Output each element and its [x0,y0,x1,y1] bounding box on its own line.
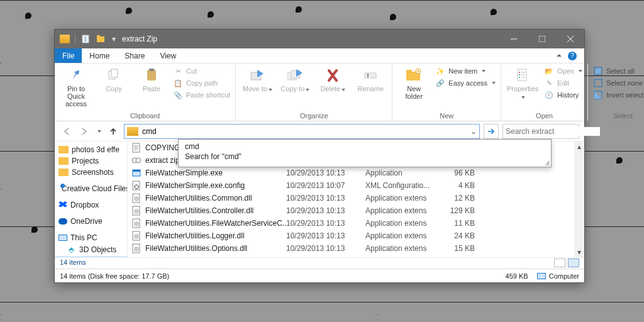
file-row[interactable]: FileWatcherUtilities.Controller.dll10/29… [128,204,584,217]
select-all-button[interactable]: Select all [593,66,644,76]
copy-path-button[interactable]: 📋Copy path [173,78,230,88]
open-icon: 📂 [544,66,554,76]
file-size: 4 KB [438,181,475,190]
view-large-icons-button[interactable] [568,258,579,267]
ribbon-collapse-icon[interactable] [557,54,562,57]
file-date: 10/29/2013 10:13 [286,169,365,177]
paste-shortcut-button[interactable]: 📎Paste shortcut [173,90,230,100]
copypath-icon: 📋 [173,78,183,88]
history-button[interactable]: 🕘History [544,90,582,100]
file-row[interactable]: FileWatcherUtilities.Common.dll10/29/201… [128,192,584,204]
tree-item[interactable]: Projects [55,155,127,167]
delete-button[interactable]: Delete [316,66,349,92]
nav-up-button[interactable] [106,125,120,138]
qat-properties-icon[interactable] [82,35,91,43]
svg-point-38 [136,211,137,212]
scroll-down-icon[interactable]: ▾ [574,247,584,257]
copy-to-button[interactable]: Copy to [279,66,311,92]
svg-point-28 [136,158,141,163]
file-icon [131,143,142,153]
move-to-button[interactable]: Move to [241,66,274,92]
view-details-button[interactable] [554,258,565,267]
close-button[interactable] [556,30,584,48]
file-icon [131,243,142,253]
tab-share[interactable]: Share [117,48,152,63]
tab-view[interactable]: View [152,48,184,63]
tree-dropbox[interactable]: Dropbox [55,199,127,211]
file-date: 10/29/2013 10:13 [286,244,365,253]
resize-grip[interactable] [543,159,550,165]
new-folder-button[interactable]: New folder [397,66,430,100]
pin-to-quick-access-button[interactable]: Pin to Quick access [60,66,92,108]
properties-button[interactable]: Properties [506,66,539,100]
svg-point-19 [519,74,520,75]
nav-tree[interactable]: photos 3d effe Projects Screenshots Crea… [55,142,128,257]
scissors-icon: ✂ [173,66,183,76]
file-row[interactable]: FileWatcherSimple.exe10/29/2013 10:13App… [128,167,584,179]
status-computer: Computer [549,272,579,280]
svg-rect-6 [111,69,118,77]
search-box[interactable] [502,124,579,139]
file-date: 10/29/2013 10:13 [286,194,365,203]
suggest-item[interactable]: Search for "cmd" [182,152,551,162]
tree-creative-cloud[interactable]: Creative Cloud Files [55,183,127,194]
file-date: 10/29/2013 10:13 [286,231,365,240]
invert-icon [593,90,603,100]
file-icon [131,206,142,216]
tree-item[interactable]: Screenshots [55,167,127,178]
history-icon: 🕘 [544,90,554,100]
edit-button[interactable]: ✎Edit [544,78,582,88]
address-dropdown-icon[interactable]: ⌄ [468,127,479,136]
address-bar[interactable]: ⌄ [124,124,480,139]
easy-access-button[interactable]: 🔗Easy access [435,78,496,88]
qat-newfolder-icon[interactable] [97,35,106,43]
tab-file[interactable]: File [55,48,82,63]
new-item-button[interactable]: ✨New item [435,66,496,76]
address-suggest-popup: cmd Search for "cmd" [178,139,552,167]
address-input[interactable] [141,127,468,136]
delete-icon [324,66,341,84]
status-bar: 14 items (Disk free space: 17.7 GB) 459 … [55,269,584,282]
group-new: New folder ✨New item 🔗Easy access New [392,64,501,121]
newfolder-icon [405,66,423,84]
cut-button[interactable]: ✂Cut [173,66,230,76]
search-input[interactable] [506,127,600,136]
svg-rect-2 [97,36,104,42]
file-type: Application extens [365,206,438,215]
address-folder-icon [127,127,138,136]
svg-rect-15 [406,70,412,72]
file-row[interactable]: FileWatcherUtilities.FileWatcherServiceC… [128,217,584,230]
go-button[interactable] [484,124,499,139]
tab-home[interactable]: Home [82,48,117,63]
file-row[interactable]: FileWatcherUtilities.Logger.dll10/29/201… [128,230,584,242]
suggest-item[interactable]: cmd [182,142,551,152]
svg-point-41 [136,223,137,225]
nav-forward-button[interactable] [77,125,91,138]
scroll-up-icon[interactable]: ▴ [574,142,584,152]
nav-row: ⌄ cmd Search for "cmd" [55,121,584,142]
tree-onedrive[interactable]: OneDrive [55,216,127,227]
vertical-scrollbar[interactable]: ▴ ▾ [574,142,584,257]
qat-chevron-down-icon[interactable]: ▾ [112,35,116,43]
rename-button[interactable]: Rename [354,66,387,92]
title-bar[interactable]: ▾ extract Zip [55,30,584,48]
copy-button[interactable]: Copy [97,66,130,92]
svg-point-47 [136,248,137,250]
select-none-button[interactable]: Select none [593,78,644,88]
nav-back-button[interactable] [60,125,74,138]
tree-3d-objects[interactable]: ⬘3D Objects [55,243,127,256]
window-title: extract Zip [122,35,157,43]
tree-this-pc[interactable]: This PC [55,232,127,243]
svg-point-44 [136,236,137,237]
tree-item[interactable]: photos 3d effe [55,144,127,155]
file-row[interactable]: FileWatcherUtilities.Options.dll10/29/20… [128,242,584,255]
help-icon[interactable]: ? [568,52,577,60]
properties-icon [514,66,531,84]
invert-selection-button[interactable]: Invert selection [593,90,644,100]
paste-button[interactable]: Paste [135,66,168,92]
file-row[interactable]: FileWatcherSimple.exe.config10/29/2013 1… [128,179,584,192]
open-button[interactable]: 📂Open [544,66,582,76]
nav-recent-button[interactable] [95,125,103,138]
minimize-button[interactable] [499,30,528,48]
maximize-button[interactable] [528,30,556,48]
